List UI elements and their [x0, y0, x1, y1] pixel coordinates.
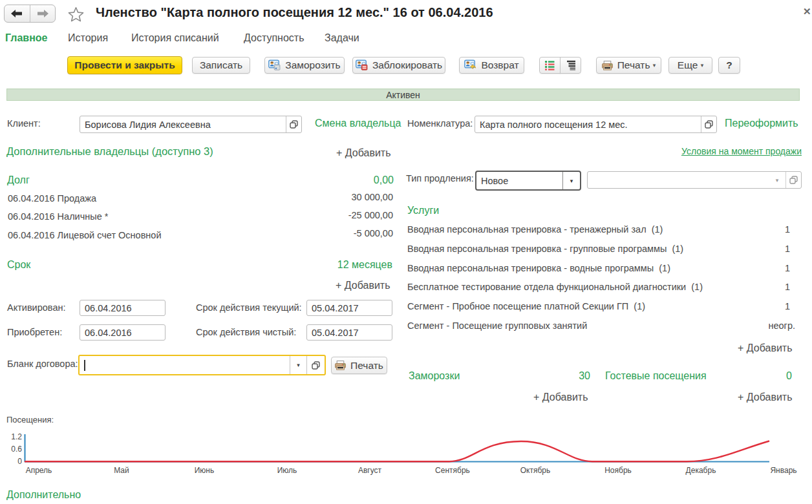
svg-text:Август: Август — [358, 466, 382, 475]
svg-text:Октябрь: Октябрь — [520, 466, 551, 475]
svg-text:Апрель: Апрель — [26, 466, 52, 475]
svg-text:0.6: 0.6 — [11, 445, 22, 454]
svg-text:1.2: 1.2 — [11, 432, 22, 441]
svg-text:Май: Май — [114, 466, 129, 475]
svg-text:0: 0 — [17, 457, 22, 466]
svg-text:Июнь: Июнь — [195, 466, 215, 475]
svg-text:Декабрь: Декабрь — [686, 466, 716, 475]
svg-text:Январь: Январь — [770, 466, 796, 475]
svg-text:Ноябрь: Ноябрь — [604, 466, 632, 475]
svg-text:Июль: Июль — [277, 466, 297, 475]
svg-text:Сентябрь: Сентябрь — [435, 466, 470, 475]
